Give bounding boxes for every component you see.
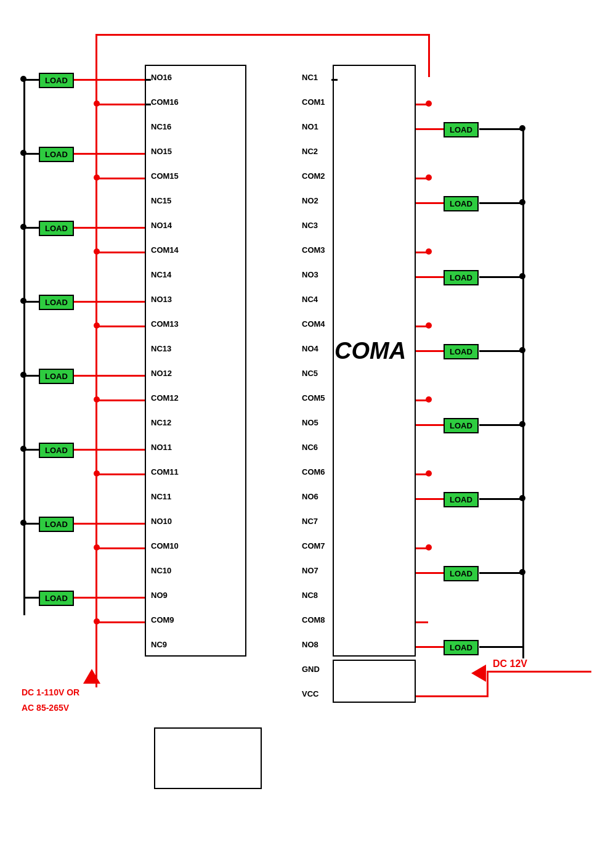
load-box-16: LOAD	[39, 73, 74, 88]
wire-no8-right	[416, 646, 444, 648]
pin-nc5: NC5	[302, 369, 318, 378]
dot-black-load10	[20, 520, 26, 526]
pin-nc13: NC13	[151, 344, 171, 353]
pin-no8: NO8	[302, 640, 318, 649]
dot-com4-right	[426, 322, 432, 329]
pin-com3: COM3	[302, 245, 325, 255]
black-wire-load2	[479, 202, 524, 204]
wire-no11-left	[97, 449, 145, 451]
wire-no15-left	[97, 153, 145, 155]
wire-no14-left	[97, 227, 145, 229]
pin-nc14: NC14	[151, 270, 171, 279]
dot-com6-right	[426, 470, 432, 477]
pin-nc9: NC9	[151, 640, 167, 649]
vcc-label: VCC	[302, 689, 318, 698]
black-wire-load9	[23, 597, 39, 599]
dot-black-load2	[519, 199, 525, 205]
dc12v-wire	[487, 671, 591, 673]
wire-com12-stub	[97, 399, 145, 401]
load-box-7: LOAD	[444, 566, 479, 581]
load-box-4: LOAD	[444, 344, 479, 359]
dot-com5-right	[426, 396, 432, 403]
wire-no13-left	[97, 301, 145, 303]
pin-no6: NO6	[302, 492, 318, 501]
pin-com4: COM4	[302, 319, 325, 329]
black-wire-load1	[479, 128, 524, 130]
load-box-12: LOAD	[39, 369, 74, 384]
dot-com3-right	[426, 248, 432, 255]
black-wire-load6	[479, 498, 524, 500]
wire-load12-right	[74, 375, 97, 377]
dot-black-load14	[20, 224, 26, 230]
dot-black-load6	[519, 495, 525, 501]
wire-load16-right	[74, 79, 97, 81]
top-red-wire-left	[95, 34, 428, 36]
black-wire-right-v	[522, 128, 524, 658]
bottom-box	[154, 727, 262, 789]
load-box-8: LOAD	[444, 640, 479, 655]
gnd-label: GND	[302, 665, 320, 674]
pin-nc4: NC4	[302, 295, 318, 304]
stub-no16	[145, 79, 151, 81]
load-box-2: LOAD	[444, 196, 479, 211]
stub-nc1	[331, 79, 338, 81]
pin-no16: NO16	[151, 73, 172, 82]
pin-nc10: NC10	[151, 566, 171, 575]
black-wire-load5	[479, 424, 524, 426]
dot-black-load1	[519, 125, 525, 131]
pin-com11: COM11	[151, 467, 179, 477]
pin-no15: NO15	[151, 147, 172, 156]
dot-com10	[94, 544, 100, 551]
pin-nc6: NC6	[302, 443, 318, 452]
stub-com16	[145, 104, 151, 105]
wire-no4-right	[416, 350, 444, 352]
black-wire-load3	[479, 276, 524, 278]
dot-black-load13	[20, 298, 26, 304]
pin-no4: NO4	[302, 344, 318, 353]
wire-no1-right	[416, 128, 444, 130]
wire-load15-right	[74, 153, 97, 155]
dot-com15	[94, 174, 100, 181]
pin-com7: COM7	[302, 541, 325, 551]
pin-no14: NO14	[151, 221, 172, 230]
dot-com16	[94, 100, 100, 107]
coma-label: COMA	[334, 338, 406, 364]
wire-no2-right	[416, 202, 444, 204]
power-label-1: DC 1-110V OR	[22, 687, 79, 697]
pin-com5: COM5	[302, 393, 325, 403]
pin-no12: NO12	[151, 369, 172, 378]
dot-com9	[94, 618, 100, 624]
wire-load11-right	[74, 449, 97, 451]
pin-nc12: NC12	[151, 418, 171, 427]
vcc-wire-right	[487, 671, 488, 697]
pin-com8: COM8	[302, 615, 325, 624]
vcc-wire	[416, 695, 487, 697]
pin-com15: COM15	[151, 171, 179, 181]
pin-no2: NO2	[302, 196, 318, 205]
dot-com14	[94, 248, 100, 255]
pin-com1: COM1	[302, 97, 325, 107]
gnd-vcc-box	[333, 660, 416, 703]
pin-no3: NO3	[302, 270, 318, 279]
dot-com1-right	[426, 100, 432, 107]
wire-load9-right	[74, 597, 97, 599]
pin-com14: COM14	[151, 245, 179, 255]
dot-black-load7	[519, 569, 525, 575]
black-wire-load8	[479, 646, 524, 648]
dc12v-arrow	[471, 665, 486, 682]
dot-black-load5	[519, 421, 525, 427]
pin-no1: NO1	[302, 122, 318, 131]
wire-com14-stub	[97, 252, 145, 253]
wire-load10-right	[74, 523, 97, 525]
pin-nc2: NC2	[302, 147, 318, 156]
dot-black-load12	[20, 372, 26, 378]
power-label-2: AC 85-265V	[22, 703, 69, 713]
pin-no11: NO11	[151, 443, 172, 452]
pin-com12: COM12	[151, 393, 179, 403]
dot-black-load3	[519, 273, 525, 279]
dot-black-load11	[20, 446, 26, 452]
dot-black-load15	[20, 150, 26, 156]
wire-no10-left	[97, 523, 145, 525]
top-red-wire-right-down	[428, 34, 430, 77]
pin-nc11: NC11	[151, 492, 171, 501]
